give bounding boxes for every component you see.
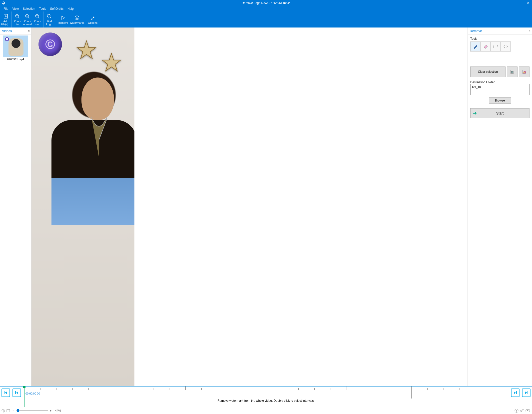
skip-start-button[interactable]	[1, 388, 10, 397]
svg-text:i: i	[3, 410, 3, 412]
svg-marker-17	[62, 16, 64, 20]
zoom-plus-icon[interactable]: +	[50, 409, 51, 412]
svg-rect-26	[4, 391, 4, 394]
youtube-icon[interactable]	[526, 409, 530, 413]
svg-marker-30	[514, 391, 516, 394]
zoom-minus-icon[interactable]: −	[12, 409, 14, 412]
zoom-in-button[interactable]: Zoom in	[12, 12, 22, 28]
rectangle-select-tool[interactable]	[491, 42, 501, 51]
menu-view[interactable]: View	[10, 6, 21, 11]
timeline-time: 00:00:00 00	[25, 392, 40, 395]
info-icon[interactable]: i	[1, 409, 5, 412]
svg-text:f: f	[516, 410, 517, 412]
svg-text:1: 1	[26, 14, 27, 17]
browse-button[interactable]: Browse	[489, 97, 511, 104]
menubar: File View Selection Tools SoftOrbits Hel…	[0, 6, 532, 12]
zoom-out-button[interactable]: Zoom out	[32, 12, 42, 28]
svg-line-13	[38, 17, 39, 18]
svg-marker-27	[5, 391, 7, 394]
minimize-button[interactable]: ─	[510, 0, 517, 6]
toolbar: Add File(s)... Zoom in 1 Zoom normal Zoo…	[0, 12, 532, 28]
find-logo-label: Find Logo	[46, 20, 52, 26]
videos-panel-header: Videos ×	[0, 28, 31, 34]
fit-screen-icon[interactable]	[6, 409, 10, 412]
timeline-track[interactable]: 00:00:00 00 Remove watermark from the wh…	[24, 386, 508, 407]
videos-panel: Videos × 6265961.mp4	[0, 28, 31, 386]
destination-folder-input[interactable]	[470, 84, 530, 95]
menu-file[interactable]: File	[1, 6, 10, 11]
find-logo-button[interactable]: Find Logo	[44, 12, 54, 28]
zoom-slider-thumb[interactable]	[17, 409, 19, 412]
zoom-out-label: Zoom out	[34, 20, 41, 26]
eraser-tool[interactable]	[481, 42, 491, 51]
zoom-normal-label: Zoom normal	[23, 20, 32, 26]
close-button[interactable]: ✕	[525, 0, 532, 6]
watermarks-label: Watermarks	[70, 21, 84, 24]
prev-frame-button[interactable]	[12, 388, 21, 397]
svg-rect-28	[15, 391, 16, 394]
maximize-button[interactable]: ☐	[517, 0, 525, 6]
zoom-out-icon	[35, 13, 40, 19]
timeline-playhead[interactable]	[24, 386, 24, 407]
marker-tool[interactable]	[471, 42, 481, 51]
zoom-slider[interactable]: − + 44%	[12, 409, 61, 412]
wrench-icon	[90, 15, 95, 21]
tools-grid	[470, 42, 511, 52]
svg-point-1	[2, 2, 4, 3]
load-selection-button[interactable]	[519, 66, 530, 77]
videos-panel-title: Videos	[2, 29, 12, 33]
timeline-right-controls	[511, 388, 531, 397]
next-frame-button[interactable]	[511, 388, 520, 397]
remove-button[interactable]: Remove	[56, 12, 70, 28]
start-button[interactable]: ➔ Start	[470, 108, 530, 118]
menu-help[interactable]: Help	[65, 6, 76, 11]
app-icon	[1, 1, 6, 5]
zoom-slider-track[interactable]	[16, 410, 48, 411]
remove-panel-header: Remove ×	[468, 28, 532, 34]
play-icon	[60, 15, 65, 21]
svg-line-16	[50, 17, 51, 18]
watermarks-button[interactable]: C Watermarks	[70, 12, 84, 28]
skip-end-button[interactable]	[522, 388, 531, 397]
remove-panel-close[interactable]: ×	[529, 29, 531, 33]
add-files-button[interactable]: Add File(s)...	[1, 12, 11, 28]
svg-rect-36	[7, 410, 10, 412]
find-logo-icon	[47, 13, 52, 19]
copyright-logo-overlay: ©	[38, 32, 62, 56]
zoom-normal-button[interactable]: 1 Zoom normal	[22, 12, 32, 28]
preview-canvas[interactable]: ©	[31, 28, 468, 386]
zoom-in-label: Zoom in	[14, 20, 21, 26]
svg-rect-22	[494, 45, 497, 48]
video-thumbnail-filename: 6265961.mp4	[1, 58, 30, 61]
clear-selection-button[interactable]: Clear selection	[470, 66, 506, 77]
save-selection-button[interactable]	[507, 66, 518, 77]
svg-rect-33	[528, 391, 528, 394]
svg-marker-32	[525, 391, 527, 394]
menu-softorbits[interactable]: SoftOrbits	[48, 6, 65, 11]
statusbar: i − + 44% f	[0, 407, 532, 414]
timeline: 00:00:00 00 Remove watermark from the wh…	[0, 386, 532, 407]
copyright-icon: C	[74, 15, 79, 21]
titlebar: Remove Logo Now! - 6265961.mp4* ─ ☐ ✕	[0, 0, 532, 6]
options-label: Options	[88, 21, 97, 24]
videos-panel-close[interactable]: ×	[28, 29, 30, 33]
add-files-label: Add File(s)...	[1, 20, 11, 26]
svg-rect-31	[516, 391, 517, 394]
add-file-icon	[3, 13, 8, 19]
twitter-icon[interactable]	[520, 409, 524, 413]
menu-selection[interactable]: Selection	[21, 6, 37, 11]
timeline-left-controls	[1, 388, 21, 397]
remove-panel: Remove × Tools Clear selection Destinati…	[468, 28, 532, 386]
options-button[interactable]: Options	[86, 12, 100, 28]
window-title: Remove Logo Now! - 6265961.mp4*	[242, 1, 290, 5]
video-thumbnail-image	[3, 36, 28, 57]
zoom-normal-icon: 1	[25, 13, 30, 19]
menu-tools[interactable]: Tools	[37, 6, 48, 11]
svg-line-6	[18, 17, 19, 18]
lasso-select-tool[interactable]	[501, 42, 511, 51]
zoom-percent: 44%	[55, 409, 61, 412]
facebook-icon[interactable]: f	[515, 409, 519, 413]
start-label: Start	[496, 111, 504, 115]
video-preview: ©	[31, 28, 134, 386]
video-thumbnail-item[interactable]: 6265961.mp4	[1, 36, 30, 61]
